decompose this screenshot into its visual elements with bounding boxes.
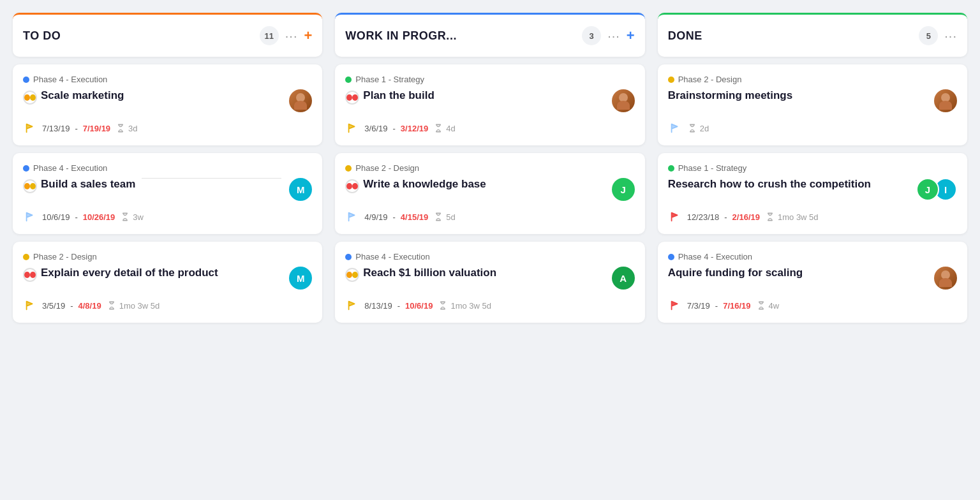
card-footer: 4/9/19 - 4/15/19 5d [345,210,634,224]
dash-separator [142,178,281,179]
task-card: Phase 1 - Strategy Plan the build 3/6/19… [335,64,644,145]
column-actions: ··· [944,29,957,43]
column-count: 11 [260,26,279,45]
column-menu-button[interactable]: ··· [285,29,298,43]
duration-text: 4w [769,301,780,311]
flag-icon [23,298,37,312]
avatar [934,89,957,112]
card-footer: 7/13/19 - 7/19/19 3d [23,121,312,135]
card-title-row: Build a sales team M [23,178,312,201]
column-header-done: DONE 5 ··· [658,13,967,57]
column-menu-button[interactable]: ··· [607,29,620,43]
card-footer: 8/13/19 - 10/6/19 1mo 3w 5d [345,298,634,312]
duration-info: 3w [120,212,144,222]
task-card: Phase 2 - Design Explain every detail of… [13,242,322,323]
avatar: J [612,178,635,201]
phase-label: Phase 4 - Execution [33,75,107,84]
date-start: 7/13/19 [42,124,70,133]
card-title[interactable]: Reach $1 billion valuation [345,267,606,282]
card-title-text: Reach $1 billion valuation [363,267,496,279]
avatar [934,267,957,290]
card-phase: Phase 2 - Design [23,252,312,261]
card-phase: Phase 1 - Strategy [668,163,957,173]
card-title[interactable]: Research how to crush the competition [668,178,911,191]
column-header-todo: TO DO 11 ··· + [13,13,322,57]
card-footer: 3/6/19 - 3/12/19 4d [345,121,634,135]
column-menu-button[interactable]: ··· [944,29,957,43]
card-footer: 12/23/18 - 2/16/19 1mo 3w 5d [668,210,957,224]
kanban-board: TO DO 11 ··· + Phase 4 - Execution Scale… [13,13,967,323]
card-title[interactable]: Aquire funding for scaling [668,267,929,279]
date-end: 4/15/19 [401,212,428,222]
phase-label: Phase 4 - Execution [33,163,107,173]
card-footer: 2d [668,121,957,135]
card-title[interactable]: Brainstorming meetings [668,89,929,102]
card-phase: Phase 2 - Design [668,75,957,84]
phase-dot [345,165,352,172]
avatar: M [289,178,312,201]
flag-icon [668,210,682,224]
card-title-text: Plan the build [363,89,434,102]
date-end: 7/16/19 [723,301,750,311]
phase-label: Phase 2 - Design [678,75,742,84]
date-end: 7/19/19 [83,124,110,133]
column-done: DONE 5 ··· Phase 2 - Design Brainstormin… [658,13,967,323]
card-title[interactable]: Scale marketing [23,89,284,105]
duration-text: 1mo 3w 5d [450,301,491,311]
card-title-text: Scale marketing [41,89,124,102]
date-end: 10/6/19 [405,301,433,311]
duration-info: 3d [115,123,137,133]
duration-info: 1mo 3w 5d [107,300,160,311]
phase-label: Phase 2 - Design [355,163,419,173]
card-title-row: Brainstorming meetings [668,89,957,112]
card-phase: Phase 4 - Execution [23,75,312,84]
date-start: 4/9/19 [364,212,387,222]
card-title[interactable]: Plan the build [345,89,606,105]
card-footer: 10/6/19 - 10/26/19 3w [23,210,312,224]
phase-label: Phase 1 - Strategy [678,163,747,173]
avatar: M [289,267,312,290]
card-title-row: Plan the build [345,89,634,112]
duration-info: 4d [433,123,455,133]
add-card-button[interactable]: + [627,29,635,43]
duration-text: 2d [700,124,709,133]
flag-icon [345,210,359,224]
card-title[interactable]: Write a knowledge base [345,178,606,193]
card-title-text: Explain every detail of the product [41,267,218,279]
card-title-text: Brainstorming meetings [668,89,793,102]
card-phase: Phase 4 - Execution [668,252,957,261]
card-title-text: Write a knowledge base [363,178,486,191]
column-title: TO DO [23,29,253,43]
date-start: 3/5/19 [42,301,65,311]
column-actions: ··· + [607,29,635,43]
priority-icon [345,268,359,282]
phase-dot [23,165,29,172]
priority-icon [345,91,359,105]
date-start: 12/23/18 [687,212,720,222]
card-title-row: Scale marketing [23,89,312,112]
column-count: 5 [919,26,938,45]
phase-dot [345,254,352,260]
card-title-row: Research how to crush the competition J … [668,178,957,201]
phase-dot [23,77,29,83]
priority-icon [345,179,359,193]
phase-label: Phase 4 - Execution [678,252,752,261]
phase-dot [668,165,674,172]
card-title-row: Explain every detail of the product M [23,267,312,290]
card-title-row: Write a knowledge base J [345,178,634,201]
card-title[interactable]: Build a sales team [23,178,284,193]
column-header-wip: WORK IN PROGR... 3 ··· + [335,13,644,57]
flag-icon [668,298,682,312]
add-card-button[interactable]: + [304,29,312,43]
card-title[interactable]: Explain every detail of the product [23,267,284,282]
priority-icon [23,91,37,105]
duration-text: 1mo 3w 5d [778,212,819,222]
card-phase: Phase 1 - Strategy [345,75,634,84]
date-end: 4/8/19 [78,301,101,311]
column-actions: ··· + [285,29,313,43]
duration-text: 5d [446,212,455,222]
task-card: Phase 4 - Execution Reach $1 billion val… [335,242,644,323]
duration-info: 1mo 3w 5d [438,300,491,311]
card-phase: Phase 4 - Execution [345,252,634,261]
phase-label: Phase 1 - Strategy [355,75,424,84]
